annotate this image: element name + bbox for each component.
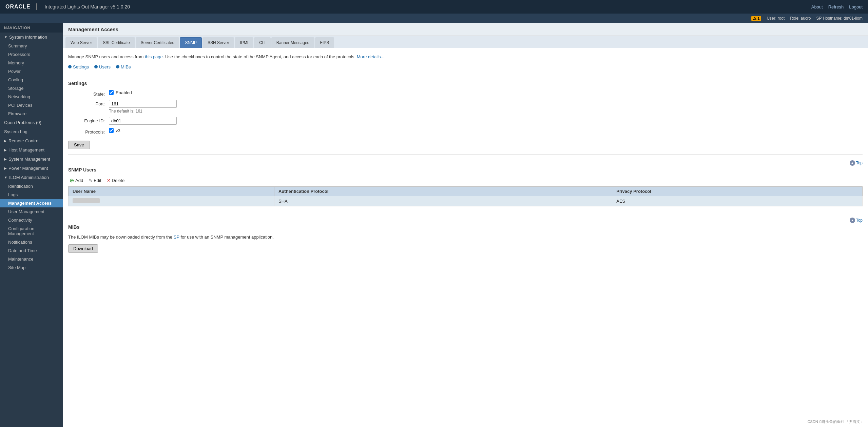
- port-row: Port: The default is: 161: [68, 100, 863, 114]
- refresh-link[interactable]: Refresh: [828, 4, 844, 9]
- tab-web-server[interactable]: Web Server: [65, 37, 97, 48]
- save-button[interactable]: Save: [68, 141, 90, 149]
- mibs-title: MIBs: [68, 224, 863, 230]
- sidebar-section-remote-control[interactable]: ▶ Remote Control: [0, 136, 63, 145]
- sidebar-item-networking[interactable]: Networking: [0, 93, 63, 101]
- port-input[interactable]: [109, 100, 177, 108]
- tab-cli[interactable]: CLI: [254, 37, 271, 48]
- sidebar-item-identification[interactable]: Identification: [0, 182, 63, 190]
- state-checkbox[interactable]: [109, 90, 114, 95]
- add-button[interactable]: ⊕ Add: [68, 177, 84, 184]
- sidebar-item-pci-devices[interactable]: PCI Devices: [0, 101, 63, 109]
- sidebar-item-site-map[interactable]: Site Map: [0, 263, 63, 272]
- sidebar-section-power-management[interactable]: ▶ Power Management: [0, 164, 63, 173]
- tab-ssl-certificate[interactable]: SSL Certificate: [98, 37, 135, 48]
- sidebar-item-processors[interactable]: Processors: [0, 50, 63, 59]
- download-button[interactable]: Download: [68, 244, 98, 253]
- top-anchor-link[interactable]: ▲ Top: [850, 160, 863, 166]
- tab-server-certificates[interactable]: Server Certificates: [136, 37, 179, 48]
- engine-id-field: [109, 117, 863, 125]
- tab-ssh-server[interactable]: SSH Server: [202, 37, 234, 48]
- sidebar-section-system-management[interactable]: ▶ System Management: [0, 155, 63, 164]
- sidebar-item-cooling[interactable]: Cooling: [0, 76, 63, 84]
- engine-id-label: Engine ID:: [68, 117, 109, 123]
- sp-link[interactable]: SP: [174, 235, 179, 240]
- divider: [68, 75, 863, 75]
- state-label: State:: [68, 90, 109, 97]
- col-privacy-protocol: Privacy Protocol: [612, 186, 863, 196]
- sidebar-item-date-and-time[interactable]: Date and Time: [0, 246, 63, 255]
- alert-badge[interactable]: ⚠ 1: [751, 16, 761, 21]
- sidebar-section-label: Power Management: [8, 166, 48, 171]
- page-title: Management Access: [63, 23, 868, 36]
- sidebar-item-memory[interactable]: Memory: [0, 59, 63, 67]
- protocols-label: Protocols:: [68, 128, 109, 135]
- top-link-mibs: ▲ Top: [68, 218, 863, 223]
- settings-title: Settings: [68, 81, 863, 86]
- table-header: User Name Authentication Protocol Privac…: [69, 186, 863, 196]
- arrow-icon: ▶: [4, 157, 7, 161]
- anchor-settings[interactable]: Settings: [68, 64, 89, 69]
- delete-icon: ✕: [107, 178, 111, 183]
- sidebar-section-host-management[interactable]: ▶ Host Management: [0, 145, 63, 155]
- user-name-blurred: [73, 198, 100, 203]
- delete-button[interactable]: ✕ Delete: [105, 177, 126, 184]
- sidebar-item-summary[interactable]: Summary: [0, 42, 63, 50]
- sidebar-item-system-log[interactable]: System Log: [0, 127, 63, 136]
- anchor-links: Settings Users MIBs: [68, 64, 863, 69]
- sidebar-item-maintenance[interactable]: Maintenance: [0, 255, 63, 263]
- tab-snmp[interactable]: SNMP: [180, 37, 202, 48]
- sidebar-item-management-access[interactable]: Management Access: [0, 199, 63, 207]
- role-info: Role: aucro: [790, 16, 811, 21]
- tab-fips[interactable]: FIPS: [315, 37, 334, 48]
- table-body: SHA AES: [69, 196, 863, 206]
- protocols-text: v3: [116, 128, 120, 133]
- settings-section: Settings State: Enabled Port: The defa: [68, 81, 863, 149]
- anchor-users[interactable]: Users: [94, 64, 111, 69]
- snmp-users-title: SNMP Users: [68, 167, 863, 172]
- sidebar-item-user-management[interactable]: User Management: [0, 207, 63, 216]
- top-link-users: ▲ Top: [68, 160, 863, 166]
- about-link[interactable]: About: [811, 4, 823, 9]
- dot-icon: [68, 65, 72, 68]
- snmp-users-table: User Name Authentication Protocol Privac…: [68, 186, 863, 206]
- sidebar-item-firmware[interactable]: Firmware: [0, 109, 63, 118]
- engine-id-input[interactable]: [109, 117, 177, 125]
- sidebar-section-ilom-administration[interactable]: ▼ ILOM Administration: [0, 173, 63, 182]
- sidebar-section-system-information[interactable]: ▼ System Information: [0, 33, 63, 42]
- logout-link[interactable]: Logout: [849, 4, 863, 9]
- sidebar-item-connectivity[interactable]: Connectivity: [0, 216, 63, 224]
- tabs-bar: Web Server SSL Certificate Server Certif…: [63, 36, 868, 48]
- this-page-link[interactable]: this page: [145, 54, 163, 59]
- top-icon: ▲: [850, 160, 855, 166]
- arrow-icon: ▶: [4, 148, 7, 152]
- edit-button[interactable]: ✎ Edit: [87, 177, 102, 184]
- protocols-row: Protocols: v3: [68, 128, 863, 135]
- sidebar-section-label: Remote Control: [8, 138, 39, 143]
- protocols-checkbox-label: v3: [109, 128, 863, 133]
- table-row[interactable]: SHA AES: [69, 196, 863, 206]
- divider: [68, 155, 863, 155]
- state-checkbox-label: Enabled: [109, 90, 863, 95]
- sidebar-item-configuration-management[interactable]: Configuration Management: [0, 224, 63, 238]
- snmp-users-section: ▲ Top SNMP Users ⊕ Add ✎ Edit ✕: [68, 160, 863, 206]
- hostname-info: SP Hostname: dm01-ilom: [816, 16, 863, 21]
- protocols-checkbox[interactable]: [109, 128, 114, 133]
- tab-banner-messages[interactable]: Banner Messages: [271, 37, 314, 48]
- sidebar-item-power[interactable]: Power: [0, 67, 63, 76]
- edit-label: Edit: [94, 178, 101, 183]
- top-anchor-link-mibs[interactable]: ▲ Top: [850, 218, 863, 223]
- arrow-icon: ▶: [4, 139, 7, 143]
- more-details-link[interactable]: More details...: [357, 54, 385, 59]
- sidebar-item-notifications[interactable]: Notifications: [0, 238, 63, 246]
- mibs-description: The ILOM MIBs may be downloaded directly…: [68, 234, 863, 241]
- sidebar-item-logs[interactable]: Logs: [0, 190, 63, 199]
- anchor-mibs[interactable]: MIBs: [116, 64, 131, 69]
- sidebar-item-open-problems[interactable]: Open Problems (0): [0, 118, 63, 127]
- sidebar-item-storage[interactable]: Storage: [0, 84, 63, 93]
- col-auth-protocol: Authentication Protocol: [274, 186, 612, 196]
- nav-header: NAVIGATION: [0, 23, 63, 33]
- cell-privacy-protocol: AES: [612, 196, 863, 206]
- tab-ipmi[interactable]: IPMI: [235, 37, 253, 48]
- header-actions: About Refresh Logout: [811, 4, 863, 9]
